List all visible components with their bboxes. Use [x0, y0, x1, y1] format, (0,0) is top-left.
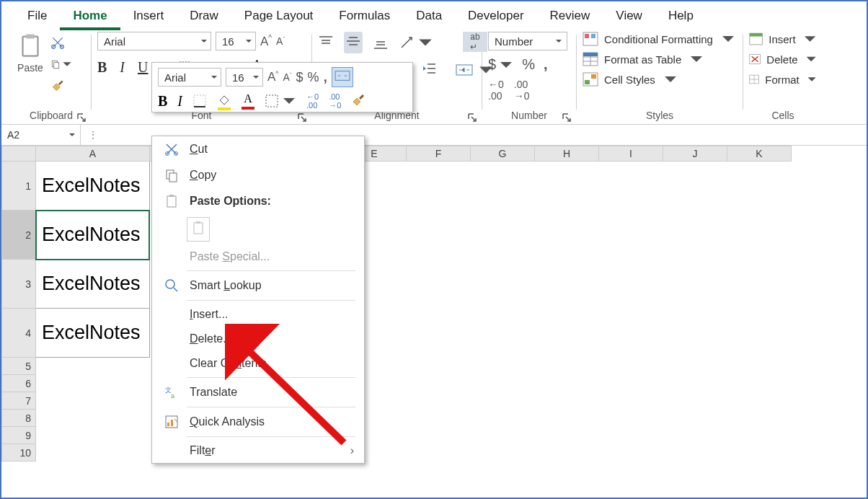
comma-style-button[interactable]: , — [544, 56, 548, 73]
mini-italic-button[interactable]: I — [177, 93, 182, 110]
decrease-font-icon[interactable]: Aˇ — [276, 35, 285, 47]
row-header-2[interactable]: 2 — [1, 211, 36, 260]
conditional-formatting-button[interactable]: Conditional Formatting — [583, 32, 737, 46]
ctx-clear-contents[interactable]: Clear Contents — [152, 351, 364, 376]
mini-font-family[interactable]: Arial — [158, 68, 221, 87]
ctx-cut[interactable]: Cut — [152, 136, 364, 162]
cell-a3[interactable]: ExcelNotes — [36, 260, 149, 309]
decrease-decimal-button[interactable]: .00→0 — [514, 79, 530, 102]
align-middle-icon[interactable] — [345, 33, 361, 49]
delete-cells-button[interactable]: Delete — [749, 52, 817, 66]
mini-borders-button[interactable] — [265, 94, 296, 108]
copy-button[interactable] — [50, 56, 72, 72]
align-bottom-icon[interactable] — [373, 35, 389, 50]
mini-decrease-font-icon[interactable]: Aˇ — [283, 71, 292, 83]
mini-decrease-decimal-icon[interactable]: .00→0 — [329, 92, 341, 110]
accounting-format-button[interactable]: $ — [488, 56, 513, 73]
row-header-1[interactable]: 1 — [1, 162, 36, 211]
svg-rect-1 — [26, 35, 35, 39]
tab-draw[interactable]: Draw — [177, 4, 231, 30]
col-header-i[interactable]: I — [599, 146, 663, 162]
smart-lookup-icon — [164, 278, 180, 293]
font-family-select[interactable]: Arial — [97, 32, 211, 50]
ctx-copy[interactable]: Copy — [152, 162, 364, 188]
row-header-9[interactable]: 9 — [1, 427, 36, 444]
ctx-filter[interactable]: Filter› — [152, 438, 364, 463]
increase-decimal-button[interactable]: ←0.00 — [488, 79, 504, 102]
mini-percent-icon[interactable]: % — [308, 70, 319, 85]
col-header-k[interactable]: K — [727, 146, 792, 162]
paste-button[interactable]: Paste — [17, 32, 43, 94]
row-header-10[interactable]: 10 — [1, 444, 36, 462]
mini-bold-button[interactable]: B — [158, 93, 167, 110]
format-as-table-button[interactable]: Format as Table — [583, 52, 737, 66]
tab-data[interactable]: Data — [403, 4, 455, 30]
tab-help[interactable]: Help — [655, 4, 707, 30]
mini-accounting-icon[interactable]: $ — [296, 70, 304, 85]
font-launcher-icon[interactable] — [297, 112, 307, 123]
cell-a1[interactable]: ExcelNotes — [36, 162, 149, 211]
row-header-4[interactable]: 4 — [1, 309, 36, 358]
mini-borders-bottom-icon[interactable] — [192, 94, 207, 108]
mini-increase-font-icon[interactable]: A^ — [267, 70, 279, 84]
tab-insert[interactable]: Insert — [120, 4, 177, 30]
cut-button[interactable] — [50, 35, 72, 50]
ctx-delete[interactable]: Delete... — [152, 327, 364, 351]
cell-a2[interactable]: ExcelNotes — [36, 211, 149, 260]
insert-cells-button[interactable]: Insert — [749, 32, 817, 46]
ctx-quick-analysis[interactable]: Quick Analysis — [152, 409, 364, 435]
row-header-8[interactable]: 8 — [1, 410, 36, 427]
italic-button[interactable]: I — [120, 59, 125, 76]
row-header-7[interactable]: 7 — [1, 392, 36, 410]
mini-increase-decimal-icon[interactable]: ←0.00 — [306, 92, 319, 110]
name-box[interactable]: A2 — [1, 125, 81, 145]
number-format-select[interactable]: Number — [488, 32, 567, 50]
mini-merge-center-icon[interactable] — [332, 67, 353, 87]
col-header-g[interactable]: G — [471, 146, 535, 162]
fx-dots-icon[interactable]: ⋮ — [88, 129, 98, 141]
mini-font-color-button[interactable]: A — [242, 92, 254, 110]
col-header-h[interactable]: H — [535, 146, 599, 162]
increase-font-icon[interactable]: A^ — [260, 34, 272, 49]
tab-home[interactable]: Home — [60, 4, 120, 30]
cell-a4[interactable]: ExcelNotes — [36, 309, 149, 358]
increase-indent-icon[interactable] — [422, 61, 438, 76]
orientation-button[interactable] — [399, 35, 433, 50]
bold-button[interactable]: B — [97, 59, 107, 76]
row-header-3[interactable]: 3 — [1, 260, 36, 309]
worksheet-grid[interactable]: A B C D E F G H I J K 1 2 3 4 5 6 7 8 9 … — [1, 146, 867, 485]
tab-review[interactable]: Review — [537, 4, 603, 30]
ctx-paste-default[interactable] — [187, 217, 210, 242]
tab-developer[interactable]: Developer — [455, 4, 537, 30]
tab-page-layout[interactable]: Page Layout — [231, 4, 326, 30]
number-launcher-icon[interactable] — [562, 112, 572, 123]
svg-rect-59 — [167, 196, 176, 207]
cell-styles-button[interactable]: Cell Styles — [583, 72, 737, 87]
alignment-launcher-icon[interactable] — [467, 112, 477, 123]
ctx-smart-lookup[interactable]: Smart Lookup — [152, 273, 364, 299]
translate-icon: 文a — [164, 385, 180, 399]
select-all-corner[interactable] — [1, 146, 36, 162]
tab-formulas[interactable]: Formulas — [326, 4, 403, 30]
ctx-translate[interactable]: 文aTranslate — [152, 379, 364, 405]
percent-format-button[interactable]: % — [522, 56, 535, 73]
col-header-j[interactable]: J — [663, 146, 727, 162]
svg-rect-69 — [171, 420, 173, 426]
svg-rect-68 — [167, 423, 169, 426]
mini-fill-color-button[interactable] — [217, 92, 231, 110]
format-cells-button[interactable]: Format — [749, 72, 817, 87]
align-top-icon[interactable] — [318, 35, 334, 50]
ctx-insert[interactable]: Insert... — [152, 302, 364, 327]
tab-view[interactable]: View — [603, 4, 655, 30]
col-header-a[interactable]: A — [36, 146, 150, 162]
mini-font-size[interactable]: 16 — [226, 68, 263, 87]
format-painter-button[interactable] — [50, 78, 72, 94]
row-header-5[interactable]: 5 — [1, 358, 36, 375]
tab-file[interactable]: File — [14, 4, 60, 30]
row-header-6[interactable]: 6 — [1, 375, 36, 392]
font-size-select[interactable]: 16 — [216, 32, 256, 50]
mini-comma-icon[interactable]: , — [324, 70, 327, 85]
mini-format-painter-icon[interactable] — [351, 92, 366, 110]
col-header-f[interactable]: F — [407, 146, 471, 162]
clipboard-launcher-icon[interactable] — [76, 112, 87, 123]
